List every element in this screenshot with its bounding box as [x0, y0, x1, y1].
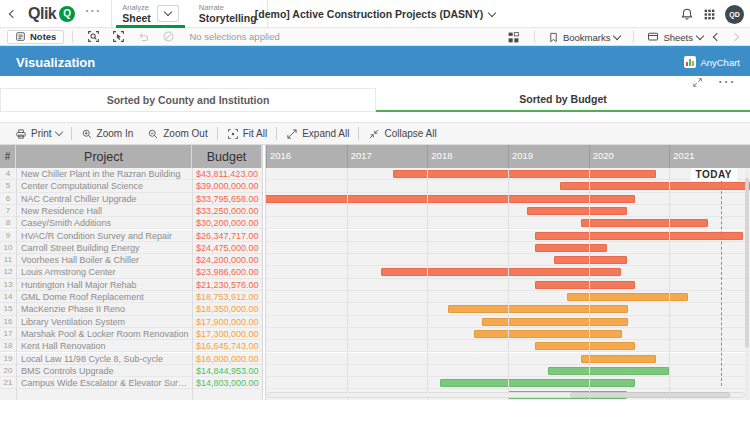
year-gridline — [427, 168, 428, 400]
gantt-bar[interactable] — [393, 170, 655, 178]
project-name: Marshak Pool & Locker Room Renovation — [21, 328, 189, 340]
gantt-bar[interactable] — [535, 244, 608, 252]
gantt-bar[interactable] — [535, 342, 636, 350]
row-number: 15 — [0, 303, 16, 315]
timeline-year-label: 2021 — [673, 150, 694, 161]
table-row[interactable]: 12Louis Armstrong Center$23,986,600.00 — [0, 266, 750, 278]
table-row[interactable]: 14GML Dome Roof Replacement$18,753,912.0… — [0, 291, 750, 303]
row-number: 6 — [0, 193, 16, 205]
gantt-bar[interactable] — [548, 367, 670, 375]
tab-analyze-sheet[interactable]: Analyze Sheet — [112, 0, 189, 28]
fit-all-icon — [227, 128, 239, 140]
gantt-bar[interactable] — [381, 268, 621, 276]
sheet-overview-icon[interactable] — [507, 31, 520, 44]
chevron-down-icon — [54, 128, 62, 136]
timeline-year-label: 2019 — [512, 150, 533, 161]
project-name: Center Computational Science — [21, 180, 189, 192]
bookmarks-label: Bookmarks — [563, 32, 611, 43]
app-title[interactable]: [demo] Active Construction Projects (DAS… — [255, 8, 483, 20]
fit-all-button[interactable]: Fit All — [220, 123, 274, 144]
next-sheet-button[interactable] — [732, 34, 738, 40]
clear-selections-icon[interactable] — [162, 30, 175, 43]
row-number: 7 — [0, 205, 16, 217]
expand-object-icon[interactable] — [692, 77, 703, 88]
grid-splitter[interactable] — [262, 145, 266, 400]
notifications-bell-icon[interactable] — [680, 7, 694, 21]
vertical-scrollbar-thumb[interactable] — [745, 178, 749, 348]
zoom-out-button[interactable]: Zoom Out — [140, 123, 214, 144]
horizontal-scrollbar-thumb[interactable] — [570, 392, 730, 398]
gantt-body: 21Campus Wide Escalator & Elevator Surve… — [0, 168, 750, 400]
gantt-bar[interactable] — [448, 305, 628, 313]
project-budget: $14,844,953.00 — [196, 365, 260, 377]
gantt-bar[interactable] — [554, 256, 627, 264]
narrate-eyebrow: Narrate — [199, 4, 257, 12]
table-row[interactable]: 17Marshak Pool & Locker Room Renovation$… — [0, 328, 750, 340]
smart-search-icon[interactable] — [87, 30, 100, 43]
gantt-toolbar: Print Zoom In Zoom Out Fit All Expand Al… — [0, 122, 750, 145]
project-budget: $24,200,000.00 — [196, 254, 260, 266]
table-row[interactable]: 6NAC Central Chiller Upgrade$33,795,658.… — [0, 193, 750, 205]
chevron-down-icon — [613, 31, 621, 39]
table-row[interactable]: 19Local Law 11/98 Cycle 8, Sub-cycle$16,… — [0, 353, 750, 365]
project-budget: $16,645,743.00 — [196, 340, 260, 352]
gantt-bar[interactable] — [581, 355, 656, 363]
gantt-bar[interactable] — [527, 207, 626, 215]
table-row[interactable]: 13Huntington Hall Major Rehab$21,230,576… — [0, 279, 750, 291]
table-row[interactable]: 20BMS Controls Upgrade$14,844,953.00 — [0, 365, 750, 377]
user-avatar[interactable]: QD — [725, 5, 744, 24]
back-button[interactable] — [0, 0, 26, 28]
table-row[interactable]: 16Library Ventilation System$17,900,000.… — [0, 316, 750, 328]
table-row[interactable]: 11Voorhees Hall Boiler & Chiller$24,200,… — [0, 254, 750, 266]
step-back-icon[interactable] — [137, 30, 150, 43]
timeline-year-tick — [347, 145, 348, 168]
tab-sorted-by-county[interactable]: Sorted by County and Institution — [0, 88, 376, 112]
year-gridline — [669, 168, 670, 400]
app-launcher-waffle-icon[interactable] — [703, 8, 716, 21]
table-row[interactable]: 4New Chiller Plant in the Razran Buildin… — [0, 168, 750, 180]
bookmark-icon — [548, 32, 559, 43]
anychart-brand[interactable]: AnyChart — [684, 56, 740, 68]
print-button[interactable]: Print — [8, 123, 69, 144]
sheet-dropdown-button[interactable] — [157, 5, 179, 22]
timeline-year-tick — [266, 145, 267, 168]
project-budget: $23,986,600.00 — [196, 266, 260, 278]
table-row[interactable]: 18Kent Hall Renovation$16,645,743.00 — [0, 340, 750, 352]
timeline-year-label: 2020 — [593, 150, 614, 161]
gantt-bar[interactable] — [535, 281, 636, 289]
collapse-all-button[interactable]: Collapse All — [361, 123, 443, 144]
top-app-bar: Qlik Q ··· Analyze Sheet Narrate Storyte… — [0, 0, 750, 28]
qlik-logo[interactable]: Qlik Q — [26, 5, 79, 23]
global-menu-button[interactable]: ··· — [79, 3, 111, 24]
gantt-bar[interactable] — [482, 318, 628, 326]
object-menu-icon[interactable]: ··· — [719, 78, 737, 86]
divider — [71, 127, 72, 140]
gantt-bar[interactable] — [581, 219, 708, 227]
table-row[interactable]: 15MacKenzie Phase II Reno$18,350,000.00 — [0, 303, 750, 315]
project-name: Library Ventilation System — [21, 316, 189, 328]
table-row[interactable]: 21Campus Wide Escalator & Elevator Surve… — [0, 377, 750, 389]
selections-bar: Notes No selections applied Bookmarks — [0, 28, 750, 46]
expand-all-button[interactable]: Expand All — [279, 123, 356, 144]
bookmarks-button[interactable]: Bookmarks — [548, 32, 621, 43]
gantt-bar[interactable] — [440, 379, 634, 387]
anychart-label: AnyChart — [700, 57, 740, 68]
tab-sorted-by-budget[interactable]: Sorted by Budget — [376, 88, 750, 112]
selections-tool-icon[interactable] — [112, 30, 125, 43]
gantt-bar[interactable] — [474, 330, 622, 338]
project-budget: $26,347,717.00 — [196, 230, 260, 242]
qlik-logo-text: Qlik — [28, 5, 56, 23]
notes-button[interactable]: Notes — [7, 30, 64, 44]
table-row[interactable]: 9HVAC/R Condition Survey and Repair$26,3… — [0, 230, 750, 242]
zoom-in-button[interactable]: Zoom In — [74, 123, 141, 144]
gantt-bar[interactable] — [264, 195, 636, 203]
table-row[interactable]: 7New Residence Hall$33,250,000.00 — [0, 205, 750, 217]
table-row[interactable]: 5Center Computational Science$39,000,000… — [0, 180, 750, 192]
sheets-button[interactable]: Sheets — [647, 31, 703, 43]
table-row[interactable]: 10Carroll Street Building Energy$24,475,… — [0, 242, 750, 254]
table-row[interactable]: 8Casey/Smith Additions$30,200,000.00 — [0, 217, 750, 229]
previous-sheet-button[interactable] — [714, 34, 720, 40]
timeline-header[interactable]: 201620172018201920202021 — [0, 145, 750, 168]
gantt-bar[interactable] — [535, 232, 743, 240]
project-name: NAC Central Chiller Upgrade — [21, 193, 189, 205]
